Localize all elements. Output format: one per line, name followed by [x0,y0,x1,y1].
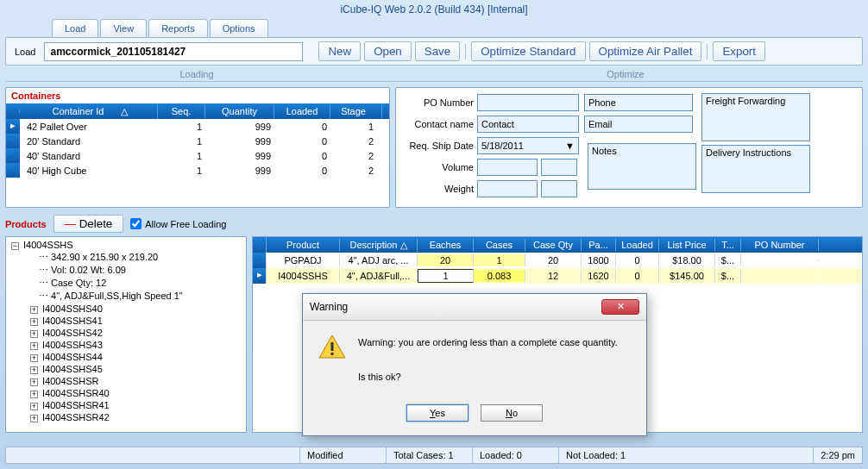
cell-qty[interactable]: 999 [205,150,274,162]
tab-options[interactable]: Options [210,19,268,37]
email-display[interactable]: Email [584,116,693,133]
tree-child[interactable]: + I4004SSHSR [8,375,244,387]
tree-root[interactable]: I4004SSHS [23,240,72,250]
tab-load[interactable]: Load [52,19,98,37]
col-loaded2[interactable]: Loaded [616,239,659,251]
cell-eaches-editing[interactable]: 1 [418,269,474,283]
col-cases[interactable]: Cases [474,239,525,251]
cell-container-id[interactable]: 40' High Cube [20,165,158,177]
tree-expand-icon[interactable]: + [30,415,38,422]
cell-product[interactable]: I4004SSHS [267,270,340,282]
cell-pa[interactable]: 1800 [582,254,616,266]
tree-expand-icon[interactable]: + [30,378,38,386]
cell-stage[interactable]: 1 [330,121,382,133]
cell-po[interactable] [741,260,819,261]
cell-product[interactable]: PGPADJ [267,254,340,266]
cell-stage[interactable]: 2 [330,165,382,177]
tree-expand-icon[interactable]: + [30,318,38,326]
tree-child[interactable]: + I4004SSHS42 [8,327,244,339]
container-row[interactable]: 20' Standard 1 999 0 2 [6,134,389,148]
tab-reports[interactable]: Reports [148,19,208,37]
tree-collapse-icon[interactable]: − [11,242,19,250]
product-tree[interactable]: − I4004SSHS ⋯ 342.90 x 215.90 x 219.20⋯ … [6,237,246,432]
delete-button[interactable]: — Delete [53,215,124,233]
tree-child[interactable]: + I4004SSHSR41 [8,399,244,411]
yes-button[interactable]: Yes [406,404,469,422]
cell-cqty[interactable]: 12 [525,270,582,282]
tree-child[interactable]: + I4004SSHS44 [8,351,244,363]
container-row[interactable]: 40' Standard 1 999 0 2 [6,148,389,163]
cell-cases[interactable]: 0.083 [474,270,525,282]
weight-unit-input[interactable] [541,180,577,197]
volume-input[interactable] [477,159,538,176]
cell-cases[interactable]: 1 [474,254,525,266]
cell-stage[interactable]: 2 [330,135,382,147]
col-caseqty[interactable]: Case Qty [525,239,582,251]
dropdown-icon[interactable]: ▼ [565,141,575,151]
col-stage[interactable]: Stage [330,104,382,118]
new-button[interactable]: New [318,41,361,61]
cell-qty[interactable]: 999 [205,135,274,147]
close-icon[interactable]: ✕ [601,299,639,315]
po-input[interactable] [477,94,579,111]
cell-load[interactable]: 0 [616,270,659,282]
cell-eaches[interactable]: 20 [418,254,474,266]
cell-container-id[interactable]: 42 Pallet Over [20,121,158,133]
col-quantity[interactable]: Quantity [205,104,274,118]
container-row[interactable]: ▸ 42 Pallet Over 1 999 0 1 [6,119,389,134]
col-eaches[interactable]: Eaches [418,239,474,251]
tree-expand-icon[interactable]: + [30,354,38,362]
open-button[interactable]: Open [364,41,412,61]
row-selector[interactable] [6,148,20,163]
product-row[interactable]: ▸ I4004SSHS 4", ADJ&Full,... 1 0.083 12 … [253,268,862,284]
delivery-textarea[interactable]: Delivery Instructions [701,145,810,193]
cell-loaded[interactable]: 0 [274,121,330,133]
col-product[interactable]: Product [267,239,340,251]
export-button[interactable]: Export [713,41,765,61]
allow-free-input[interactable] [130,218,142,229]
container-row[interactable]: 40' High Cube 1 999 0 2 [6,163,389,178]
dialog-titlebar[interactable]: Warning ✕ [303,294,646,321]
row-selector[interactable]: ▸ [6,119,20,134]
cell-seq[interactable]: 1 [158,150,205,162]
tree-expand-icon[interactable]: + [30,330,38,338]
load-name-input[interactable] [44,42,303,61]
cell-desc[interactable]: 4", ADJ&Full,... [340,270,418,282]
cell-list[interactable]: $145.00 [659,270,715,282]
volume-unit-input[interactable] [541,159,577,176]
no-button[interactable]: No [481,404,543,422]
cell-qty[interactable]: 999 [205,121,274,133]
save-button[interactable]: Save [415,41,460,61]
cell-list[interactable]: $18.00 [659,254,715,266]
cell-stage[interactable]: 2 [330,150,382,162]
cell-container-id[interactable]: 20' Standard [20,135,158,147]
col-t[interactable]: T... [715,239,741,251]
col-pa[interactable]: Pa... [582,239,616,251]
cell-loaded[interactable]: 0 [274,150,330,162]
allow-free-checkbox[interactable]: Allow Free Loading [130,218,226,229]
row-selector[interactable] [6,134,20,148]
cell-seq[interactable]: 1 [158,121,205,133]
tree-expand-icon[interactable]: + [30,342,38,350]
col-description[interactable]: Description △ [340,239,418,252]
weight-input[interactable] [477,180,538,197]
freight-textarea[interactable]: Freight Forwarding [701,93,810,141]
tree-child[interactable]: + I4004SSHS41 [8,315,244,327]
tree-child[interactable]: + I4004SSHS40 [8,303,244,315]
cell-cqty[interactable]: 20 [525,254,582,266]
notes-textarea[interactable]: Notes [588,143,696,190]
cell-po[interactable] [741,275,819,277]
col-seq[interactable]: Seq. [158,104,205,118]
phone-display[interactable]: Phone [584,94,693,111]
optimize-standard-button[interactable]: Optimize Standard [471,41,585,61]
product-row[interactable]: PGPADJ 4", ADJ arc, ... 20 1 20 1800 0 $… [253,253,862,268]
col-listprice[interactable]: List Price [659,239,715,251]
tree-expand-icon[interactable]: + [30,366,38,374]
optimize-air-button[interactable]: Optimize Air Pallet [589,41,702,61]
cell-qty[interactable]: 999 [205,165,274,177]
row-selector-icon[interactable]: ▸ [253,268,267,284]
cell-desc[interactable]: 4", ADJ arc, ... [340,254,418,266]
cell-pa[interactable]: 1620 [582,270,616,282]
tree-expand-icon[interactable]: + [30,391,38,398]
col-loaded[interactable]: Loaded [274,104,330,118]
